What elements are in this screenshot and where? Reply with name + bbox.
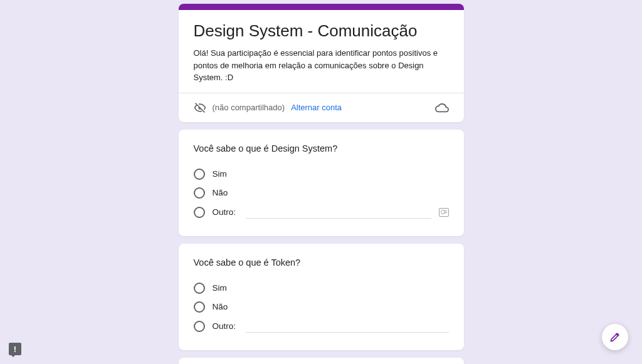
question-card: Você sabe o que é Componente?SimNãoOutro… [179, 358, 464, 365]
visibility-off-icon [194, 101, 206, 114]
switch-account-link[interactable]: Alternar conta [291, 103, 342, 112]
form-description: Olá! Sua participação é essencial para i… [194, 47, 449, 84]
radio-icon[interactable] [194, 187, 205, 199]
other-input[interactable] [246, 206, 431, 219]
question-card: Você sabe o que é Token?SimNãoOutro: [179, 244, 464, 350]
exclamation-icon: ! [14, 345, 16, 353]
accent-bar [179, 4, 464, 10]
option-label: Sim [213, 169, 227, 179]
form-header-card: Design System - Comunicação Olá! Sua par… [179, 4, 464, 122]
pencil-icon [609, 331, 621, 343]
radio-icon[interactable] [194, 283, 205, 294]
radio-option[interactable]: Sim [194, 279, 449, 298]
option-label: Não [213, 188, 228, 197]
question-title: Você sabe o que é Token? [194, 257, 449, 268]
other-input[interactable] [246, 320, 448, 333]
radio-option[interactable]: Não [194, 184, 449, 202]
radio-option-other[interactable]: Outro: [194, 202, 449, 222]
radio-icon[interactable] [194, 301, 205, 313]
radio-option-other[interactable]: Outro: [194, 316, 449, 336]
option-label: Sim [213, 283, 227, 293]
report-problem-button[interactable]: ! [9, 343, 21, 355]
option-label: Não [213, 302, 228, 311]
option-label: Outro: [213, 321, 236, 331]
cloud-icon [435, 101, 449, 115]
not-shared-label: (não compartilhado) [213, 103, 285, 112]
account-row: (não compartilhado) Alternar conta [179, 93, 464, 122]
question-title: Você sabe o que é Design System? [194, 143, 449, 153]
question-card: Você sabe o que é Design System?SimNãoOu… [179, 130, 464, 236]
option-label: Outro: [213, 207, 236, 217]
radio-option[interactable]: Sim [194, 165, 449, 184]
radio-icon[interactable] [194, 207, 205, 218]
form-title: Design System - Comunicação [194, 21, 449, 41]
edit-fab[interactable] [602, 324, 628, 350]
radio-icon[interactable] [194, 169, 205, 180]
radio-option[interactable]: Não [194, 298, 449, 316]
contact-card-icon [439, 208, 449, 217]
radio-icon[interactable] [194, 321, 205, 332]
